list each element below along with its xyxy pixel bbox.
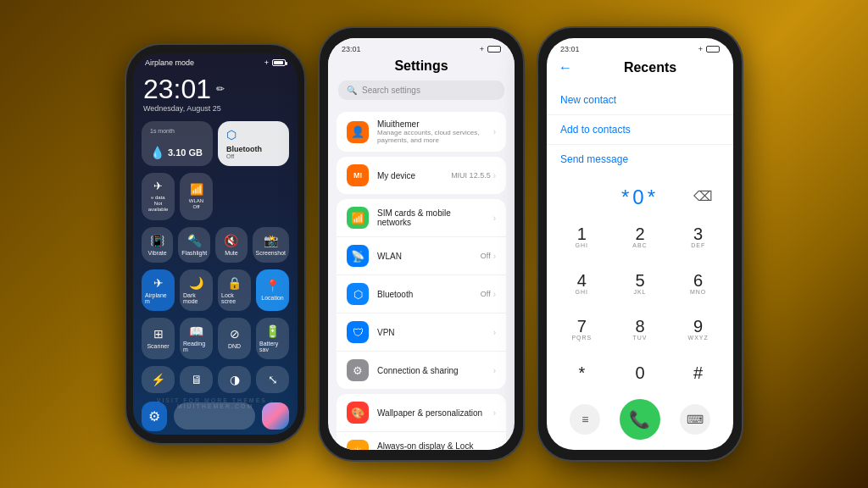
settings-item-miuithemer[interactable]: 👤 Miuithemer Manage accounts, cloud serv… <box>337 112 506 152</box>
settings-group-device: MI My device MIUI 12.5.5 › <box>337 157 506 194</box>
data-value: 3.10 GB <box>168 147 203 158</box>
vibrate-btn[interactable]: 📳 Vibrate <box>142 227 173 263</box>
dial-display-row: *0* ⌫ <box>547 177 733 214</box>
data-tile-sub: 1s month <box>150 128 175 134</box>
settings-item-alwayson[interactable]: ☀ Always-on display & Lock screen › <box>337 432 506 450</box>
edit-icon[interactable]: ✏ <box>216 84 225 94</box>
settings-item-bluetooth[interactable]: ⬡ Bluetooth Off › <box>337 275 506 313</box>
key-8[interactable]: 8 TUV <box>612 308 669 352</box>
cc-icon-row4: ⚡ 🖥 ◑ ⤡ <box>133 363 298 396</box>
darkmode-btn[interactable]: 🌙 Dark mode <box>180 269 213 311</box>
flash2-btn[interactable]: ⚡ <box>142 366 175 393</box>
chevron-icon-3: › <box>493 214 496 223</box>
settings-item-wallpaper[interactable]: 🎨 Wallpaper & personalization › <box>337 394 506 432</box>
location-icon: 📍 <box>265 279 280 292</box>
settings-item-simcards[interactable]: 📶 SIM cards & mobile networks › <box>337 199 506 237</box>
mute-label: Mute <box>225 250 238 256</box>
call-button[interactable]: 📞 <box>620 399 660 440</box>
search-icon: 🔍 <box>347 86 357 95</box>
key-hash[interactable]: # <box>670 353 726 392</box>
circle-icon: ◑ <box>230 373 240 386</box>
cc-small-tiles: ✈ ᵿ dataNot available 📶 WLANOff <box>133 169 298 224</box>
back-button[interactable]: ← <box>559 60 572 75</box>
cc-wlan[interactable]: 📶 WLANOff <box>180 173 213 220</box>
alwayson-icon: ☀ <box>347 440 369 450</box>
data-tile-bottom: 💧 3.10 GB <box>150 146 204 159</box>
control-center-screen: Airplane mode + 23:01 ✏ Wednesday, Augus… <box>133 53 298 435</box>
connection-text: Connection & sharing <box>377 366 485 375</box>
mute-btn[interactable]: 🔇 Mute <box>215 227 247 263</box>
settings-title: Settings <box>328 57 515 80</box>
status-icons-1: + <box>264 58 286 67</box>
key-4[interactable]: 4 GHI <box>554 261 610 306</box>
settings-item-connection[interactable]: ⚙ Connection & sharing › <box>337 352 506 389</box>
cc-data2[interactable]: ✈ ᵿ dataNot available <box>142 173 175 220</box>
chevron-icon-8: › <box>493 408 496 418</box>
wallpaper-icon: 🎨 <box>347 402 369 424</box>
recents-item-send-message[interactable]: Send message <box>547 145 733 174</box>
cc-icon-row1: 📳 Vibrate 🔦 Flashlight 🔇 Mute 📸 Screensh… <box>133 224 298 266</box>
battery-save-icon: 🔋 <box>265 324 280 338</box>
reading-btn[interactable]: 📖 Reading m <box>180 318 213 359</box>
settings-group-network: 📶 SIM cards & mobile networks › 📡 WLAN O… <box>337 199 506 389</box>
menu-button[interactable]: ≡ <box>570 404 600 435</box>
key-2[interactable]: 2 ABC <box>612 214 669 259</box>
miuithemer-icon: 👤 <box>347 121 369 143</box>
key-6[interactable]: 6 MNO <box>670 261 726 306</box>
darkmode-label: Dark mode <box>183 292 209 304</box>
bluetooth-settings-icon: ⬡ <box>347 283 369 305</box>
dnd-btn[interactable]: ⊘ DND <box>218 318 251 359</box>
key-3[interactable]: 3 DEF <box>670 214 726 259</box>
settings-item-wlan[interactable]: 📡 WLAN Off › <box>337 237 506 275</box>
display2-icon: 🖥 <box>191 373 203 386</box>
bt-label: Bluetooth <box>226 145 281 153</box>
cc-date: Wednesday, August 25 <box>133 103 298 118</box>
phone-control-center: Airplane mode + 23:01 ✏ Wednesday, Augus… <box>126 45 304 443</box>
batterysave-btn[interactable]: 🔋 Battery sav <box>256 318 289 359</box>
settings-item-mydevice[interactable]: MI My device MIUI 12.5.5 › <box>337 157 506 194</box>
phone-settings: 23:01 + Settings 🔍 Search settings 👤 Miu… <box>320 28 523 460</box>
vibrate-label: Vibrate <box>148 250 167 256</box>
wallpaper-text: Wallpaper & personalization <box>377 408 485 418</box>
screenshot-btn[interactable]: 📸 Screenshot <box>253 227 289 263</box>
expand-btn[interactable]: ⤡ <box>256 366 289 393</box>
wlan-right: Off › <box>481 252 496 261</box>
chevron-icon: › <box>493 127 496 136</box>
cc-icon-row2: ✈ Airplane m 🌙 Dark mode 🔒 Lock scree 📍 … <box>133 266 298 314</box>
scanner-btn[interactable]: ⊞ Scanner <box>142 318 175 359</box>
key-1[interactable]: 1 GHI <box>554 214 610 259</box>
screenshot-icon: 📸 <box>264 234 278 247</box>
search-bar[interactable]: 🔍 Search settings <box>338 80 504 100</box>
key-star[interactable]: * <box>554 353 610 392</box>
mydevice-icon: MI <box>347 164 369 186</box>
recents-item-add-contacts[interactable]: Add to contacts <box>547 115 733 145</box>
dial-display: *0* <box>621 177 659 214</box>
key-9[interactable]: 9 WXYZ <box>670 308 726 352</box>
plus-icon: + <box>264 58 269 67</box>
watermark: VISIT FOR MORE THEMES - MIUITHEMER.COM <box>133 397 298 409</box>
key-7[interactable]: 7 PQRS <box>554 308 610 352</box>
flashlight-label: Flashlight <box>181 250 207 256</box>
flashlight-btn[interactable]: 🔦 Flashlight <box>178 227 210 263</box>
bluetooth-right: Off › <box>481 290 496 299</box>
lockscreen-label: Lock scree <box>221 292 248 304</box>
lockscreen-btn[interactable]: 🔒 Lock scree <box>218 269 251 311</box>
delete-button[interactable]: ⌫ <box>693 188 713 204</box>
display2-btn[interactable]: 🖥 <box>180 366 213 393</box>
bluetooth-tile[interactable]: ⬡ Bluetooth Off <box>218 121 289 166</box>
vpn-text: VPN <box>377 328 485 337</box>
settings-status-bar: 23:01 + <box>328 38 515 57</box>
recents-item-new-contact[interactable]: New contact <box>547 86 733 115</box>
settings-item-vpn[interactable]: 🛡 VPN › <box>337 313 506 352</box>
chevron-icon-4: › <box>493 252 496 261</box>
key-0[interactable]: 0 <box>612 353 669 392</box>
location-btn[interactable]: 📍 Location <box>256 269 289 311</box>
data-tile[interactable]: 1s month 💧 3.10 GB <box>142 121 213 166</box>
data-icon: 💧 <box>150 146 164 159</box>
cc-icon-row3: ⊞ Scanner 📖 Reading m ⊘ DND 🔋 Battery sa… <box>133 314 298 363</box>
airplane-btn[interactable]: ✈ Airplane m <box>142 269 175 311</box>
key-5[interactable]: 5 JKL <box>612 261 669 306</box>
keyboard-button[interactable]: ⌨ <box>680 404 710 435</box>
circle-btn[interactable]: ◑ <box>218 366 251 393</box>
keyboard-icon: ⌨ <box>687 413 704 426</box>
